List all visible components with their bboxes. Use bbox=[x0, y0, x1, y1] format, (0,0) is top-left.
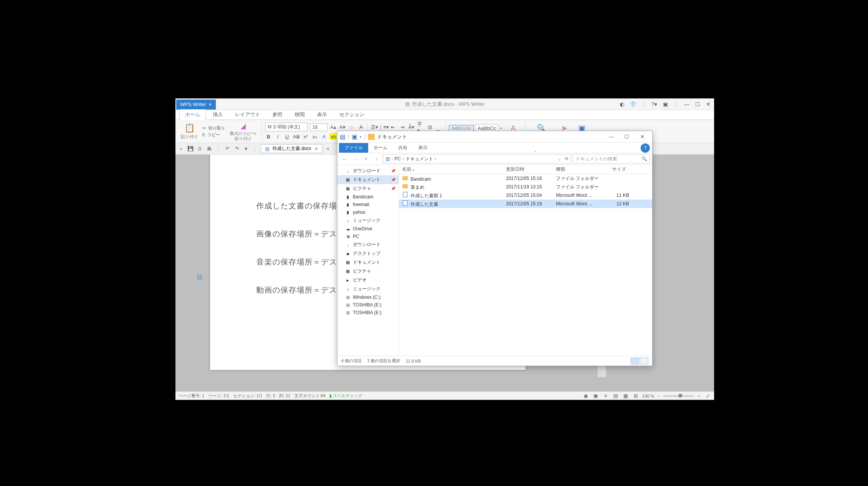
new-tab-button[interactable]: ＋ bbox=[325, 145, 332, 152]
file-row[interactable]: 作成した文書2017/12/05 15:19Microsoft Word ...… bbox=[399, 200, 652, 208]
explorer-minimize-button[interactable]: — bbox=[604, 131, 619, 142]
col-date[interactable]: 更新日時 bbox=[506, 166, 556, 173]
grow-font-icon[interactable]: A▴ bbox=[330, 124, 337, 131]
user-icon[interactable]: ◐ bbox=[618, 100, 626, 108]
col-size[interactable]: サイズ bbox=[602, 166, 629, 173]
highlight-button[interactable]: ab bbox=[330, 133, 337, 140]
tab-home[interactable]: ホーム bbox=[179, 109, 206, 120]
zoom-out-button[interactable]: − bbox=[658, 394, 660, 398]
nav-item[interactable]: ▦ドキュメント📌 bbox=[337, 175, 399, 184]
view-mode-icon[interactable]: ◉ bbox=[582, 393, 589, 399]
nav-item[interactable]: 🖥PC bbox=[337, 233, 399, 240]
nav-item[interactable]: ►ビデオ bbox=[337, 276, 399, 285]
save-icon[interactable]: 💾 bbox=[187, 145, 194, 152]
breadcrumb-item[interactable]: PC bbox=[394, 156, 401, 161]
breadcrumb[interactable]: ▥ › PC › ドキュメント › ⌄ ⟳ bbox=[383, 154, 571, 163]
document-tab[interactable]: ▤ 作成した文書.docx ✕ bbox=[261, 144, 322, 153]
explorer-tab-view[interactable]: 表示 bbox=[413, 143, 433, 153]
bold-button[interactable]: B bbox=[265, 133, 272, 140]
clear-format-icon[interactable]: ◇ bbox=[348, 124, 355, 131]
tab-insert[interactable]: 挿入 bbox=[207, 110, 228, 120]
zoom-in-button[interactable]: ＋ bbox=[697, 393, 701, 399]
forward-button[interactable]: → bbox=[351, 154, 360, 163]
recent-dropdown[interactable]: ▾ bbox=[361, 154, 371, 163]
nav-item[interactable]: ♪ミュージック bbox=[337, 285, 399, 293]
nav-item[interactable]: ▮yahoo bbox=[337, 208, 399, 216]
view-mode-icon[interactable]: ⊞ bbox=[632, 393, 639, 399]
strike-button[interactable]: AB̶ bbox=[293, 133, 300, 140]
nav-item[interactable]: ■デスクトップ bbox=[337, 249, 399, 258]
more-icon[interactable]: ▾ bbox=[242, 145, 249, 152]
tab-button[interactable]: ⊟ bbox=[426, 124, 433, 131]
icons-view-button[interactable] bbox=[640, 358, 648, 364]
file-row[interactable]: 筆まめ2017/11/19 13:15ファイル フォルダー bbox=[399, 183, 652, 191]
explorer-close-button[interactable]: ✕ bbox=[634, 131, 650, 142]
refresh-icon[interactable]: ⟳ bbox=[565, 156, 569, 161]
print-preview-icon[interactable]: ⎙ bbox=[196, 145, 203, 152]
zoom-slider[interactable] bbox=[663, 395, 694, 397]
clear-icon[interactable]: A̶ bbox=[357, 124, 364, 131]
file-row[interactable]: Bandicam2017/12/05 15:16ファイル フォルダー bbox=[399, 174, 652, 183]
explorer-search-input[interactable]: ドキュメントの検索 🔍 bbox=[573, 154, 650, 163]
nav-item[interactable]: ⊟Windows (C:) bbox=[337, 293, 399, 301]
view-mode-icon[interactable]: ▦ bbox=[622, 393, 629, 399]
nav-item[interactable]: ♪ミュージック bbox=[337, 216, 399, 225]
tab-references[interactable]: 参照 bbox=[267, 110, 288, 120]
explorer-tab-file[interactable]: ファイル bbox=[339, 143, 368, 153]
close-tab-icon[interactable]: ✕ bbox=[314, 146, 318, 151]
explorer-qat-icon[interactable]: ▣ bbox=[352, 133, 357, 140]
back-button[interactable]: ← bbox=[340, 154, 349, 163]
explorer-tab-home[interactable]: ホーム bbox=[368, 143, 393, 153]
outdent-button[interactable]: ⇤ bbox=[389, 124, 396, 131]
explorer-qat-dropdown[interactable]: ▾ bbox=[360, 135, 362, 139]
explorer-tab-share[interactable]: 共有 bbox=[393, 143, 413, 153]
fullscreen-icon[interactable]: ⤢ bbox=[704, 393, 711, 399]
bullets-button[interactable]: ☰▾ bbox=[371, 124, 378, 131]
nav-item[interactable]: ▮Bandicam bbox=[337, 193, 399, 201]
nav-item[interactable]: ⊟TOSHIBA (E:) bbox=[337, 309, 399, 316]
nav-item[interactable]: ▦ドキュメント bbox=[337, 258, 399, 267]
open-icon[interactable]: ▸ bbox=[178, 145, 185, 152]
explorer-help-icon[interactable]: ? bbox=[641, 143, 650, 153]
shrink-font-icon[interactable]: A▾ bbox=[339, 124, 346, 131]
explorer-maximize-button[interactable]: ☐ bbox=[619, 131, 634, 142]
numbering-button[interactable]: ⋮≡▾ bbox=[380, 124, 387, 131]
italic-button[interactable]: I bbox=[274, 133, 281, 140]
nav-item[interactable]: ▮freemail bbox=[337, 201, 399, 208]
cut-button[interactable]: ✂切り取り bbox=[202, 125, 225, 131]
redo-icon[interactable]: ↷ bbox=[233, 145, 240, 152]
style-up-icon[interactable]: ▴ bbox=[500, 126, 502, 130]
font-name-select[interactable]: M S 明朝 (本文) bbox=[265, 123, 307, 131]
spellcheck-indicator[interactable]: ▮ スペルチェック bbox=[329, 393, 362, 399]
view-mode-icon[interactable]: ▣ bbox=[592, 393, 599, 399]
details-view-button[interactable] bbox=[631, 358, 639, 364]
copy-button[interactable]: ⎘コピー bbox=[202, 132, 225, 138]
tab-review[interactable]: 校閲 bbox=[289, 110, 310, 120]
close-button[interactable]: ✕ bbox=[704, 100, 713, 108]
up-button[interactable]: ↑ bbox=[372, 154, 381, 163]
indent-button[interactable]: ⇥ bbox=[399, 124, 406, 131]
view-mode-icon[interactable]: ≡ bbox=[602, 393, 609, 399]
col-type[interactable]: 種類 bbox=[556, 166, 602, 173]
shirt-icon[interactable]: 👕 bbox=[629, 100, 637, 108]
paste-icon[interactable]: 📋 bbox=[184, 123, 195, 133]
font-size-select[interactable]: 16 bbox=[310, 123, 327, 131]
tab-view[interactable]: 表示 bbox=[312, 110, 332, 120]
nav-item[interactable]: ↓ダウンロード📌 bbox=[337, 166, 399, 175]
superscript-button[interactable]: x² bbox=[302, 133, 309, 140]
subscript-button[interactable]: x₂ bbox=[311, 133, 318, 140]
asian-layout-button[interactable]: 字▾ bbox=[417, 124, 424, 131]
nav-item[interactable]: ▦ピクチャ bbox=[337, 267, 399, 276]
app-menu-button[interactable]: WPS Writer ▼ bbox=[176, 100, 216, 110]
display-mode-icon[interactable]: ▣ bbox=[661, 100, 669, 108]
help-icon[interactable]: ?▾ bbox=[650, 100, 659, 108]
maximize-button[interactable]: ☐ bbox=[693, 100, 702, 108]
font-color-button[interactable]: A bbox=[320, 133, 327, 140]
format-painter-group[interactable]: ◢ 書式のコピー/ 貼り付け bbox=[227, 122, 259, 140]
nav-item[interactable]: ↓ダウンロード bbox=[337, 240, 399, 249]
file-row[interactable]: 作成した書類 12017/12/05 15:04Microsoft Word .… bbox=[399, 191, 652, 200]
underline-button[interactable]: U bbox=[284, 133, 290, 140]
phonetic-button[interactable]: A̽▾ bbox=[408, 124, 415, 131]
col-name[interactable]: 名前 ▴ bbox=[402, 166, 506, 173]
minimize-button[interactable]: — bbox=[683, 100, 691, 108]
